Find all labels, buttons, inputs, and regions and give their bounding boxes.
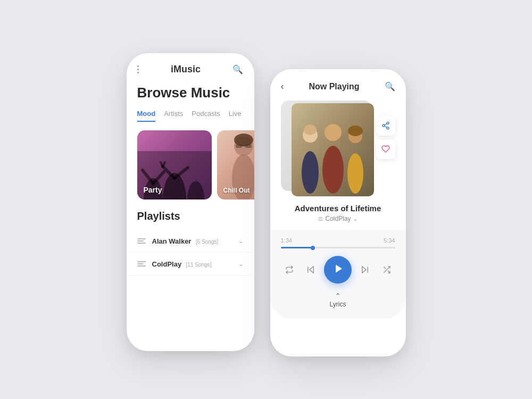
playlist-lines-icon-2 xyxy=(137,261,146,267)
party-label: Party xyxy=(144,186,162,194)
svg-marker-31 xyxy=(336,264,342,272)
playlist-item-2[interactable]: ColdPlay [11 Songs] ⌄ xyxy=(127,253,254,276)
phone-left: iMusic 🔍 Browse Music Mood Artists Podca… xyxy=(127,53,254,351)
playlist-lines-icon xyxy=(137,238,146,244)
side-actions xyxy=(376,117,395,159)
playlist-info-2: ColdPlay [11 Songs] xyxy=(152,259,238,269)
back-button[interactable]: ‹ xyxy=(281,81,284,92)
tab-podcasts[interactable]: Podcasts xyxy=(192,110,220,122)
left-header: iMusic 🔍 xyxy=(127,64,254,75)
playlist-name-2: ColdPlay xyxy=(152,260,182,268)
list-icon: ☰ xyxy=(318,216,323,222)
svg-line-28 xyxy=(384,123,387,125)
now-playing-header: ‹ Now Playing 🔍 xyxy=(270,69,406,101)
progress-dot xyxy=(311,246,315,250)
share-button[interactable] xyxy=(376,117,395,136)
svg-point-17 xyxy=(302,151,319,194)
svg-line-3 xyxy=(143,170,153,184)
svg-line-8 xyxy=(163,162,165,167)
shuffle-button[interactable] xyxy=(378,261,395,278)
track-name: Adventures of Lifetime xyxy=(281,204,395,213)
svg-point-20 xyxy=(322,146,344,194)
time-total: 5:34 xyxy=(384,237,395,244)
playlists-title: Playlists xyxy=(127,210,254,222)
artist-chevron[interactable]: ⌄ xyxy=(353,216,358,222)
time-current: 1:34 xyxy=(281,237,292,244)
chevron-down-icon-2[interactable]: ⌄ xyxy=(238,260,244,268)
chillout-label: Chill Out xyxy=(223,187,250,194)
search-icon[interactable]: 🔍 xyxy=(232,64,243,74)
track-artist: ☰ ColdPlay ⌄ xyxy=(281,215,395,222)
mood-card-party[interactable]: Party xyxy=(137,130,212,200)
tab-artists[interactable]: Artists xyxy=(164,110,183,122)
svg-point-23 xyxy=(348,126,363,136)
now-playing-search-icon[interactable]: 🔍 xyxy=(385,81,395,92)
progress-bar-container: 1:34 5:34 xyxy=(281,237,395,248)
tabs-row: Mood Artists Podcasts Live xyxy=(127,110,254,122)
band-art xyxy=(292,103,374,196)
playlist-count-1: [6 Songs] xyxy=(196,239,218,245)
phone-right: ‹ Now Playing 🔍 xyxy=(270,69,406,356)
prev-button[interactable] xyxy=(302,261,319,278)
phones-container: iMusic 🔍 Browse Music Mood Artists Podca… xyxy=(127,43,406,356)
svg-line-36 xyxy=(384,267,385,269)
tab-live[interactable]: Live xyxy=(229,110,242,122)
svg-line-4 xyxy=(153,172,164,184)
mood-card-chillout[interactable]: Chill Out xyxy=(217,130,254,200)
svg-point-18 xyxy=(304,124,317,135)
mood-cards: Party C xyxy=(127,130,254,200)
playlist-info-1: Alan Walker [6 Songs] xyxy=(152,236,238,246)
now-playing-title: Now Playing xyxy=(309,82,359,92)
svg-marker-32 xyxy=(362,267,367,273)
playlist-name-1: Alan Walker xyxy=(152,237,192,245)
tab-mood[interactable]: Mood xyxy=(137,110,156,122)
play-button[interactable] xyxy=(324,256,352,284)
lyrics-chevron-icon: ⌃ xyxy=(335,292,340,300)
progress-fill xyxy=(281,247,313,248)
playlist-count-2: [11 Songs] xyxy=(186,262,212,268)
svg-line-6 xyxy=(174,168,188,178)
heart-icon xyxy=(381,145,390,155)
app-title: iMusic xyxy=(171,64,201,75)
play-icon xyxy=(334,263,344,277)
track-info: Adventures of Lifetime ☰ ColdPlay ⌄ xyxy=(270,204,406,222)
next-button[interactable] xyxy=(356,261,373,278)
playback-controls xyxy=(281,256,395,284)
svg-point-2 xyxy=(187,181,204,200)
playlist-item-1[interactable]: Alan Walker [6 Songs] ⌄ xyxy=(127,230,254,253)
player-section: 1:34 5:34 xyxy=(270,230,406,319)
like-button[interactable] xyxy=(376,140,395,159)
lyrics-label: Lyrics xyxy=(330,301,346,308)
share-icon xyxy=(381,121,390,131)
svg-point-14 xyxy=(234,134,253,146)
browse-title: Browse Music xyxy=(127,85,254,101)
svg-marker-29 xyxy=(310,267,314,273)
svg-point-19 xyxy=(325,124,342,141)
menu-icon[interactable] xyxy=(137,65,139,73)
album-art-container xyxy=(281,101,395,196)
time-row: 1:34 5:34 xyxy=(281,237,395,244)
lyrics-section[interactable]: ⌃ Lyrics xyxy=(281,292,395,308)
progress-track[interactable] xyxy=(281,247,395,248)
svg-line-27 xyxy=(384,126,387,128)
repeat-button[interactable] xyxy=(281,261,298,278)
svg-point-22 xyxy=(347,153,363,194)
album-art-image xyxy=(292,103,374,196)
chevron-down-icon-1[interactable]: ⌄ xyxy=(238,237,244,245)
